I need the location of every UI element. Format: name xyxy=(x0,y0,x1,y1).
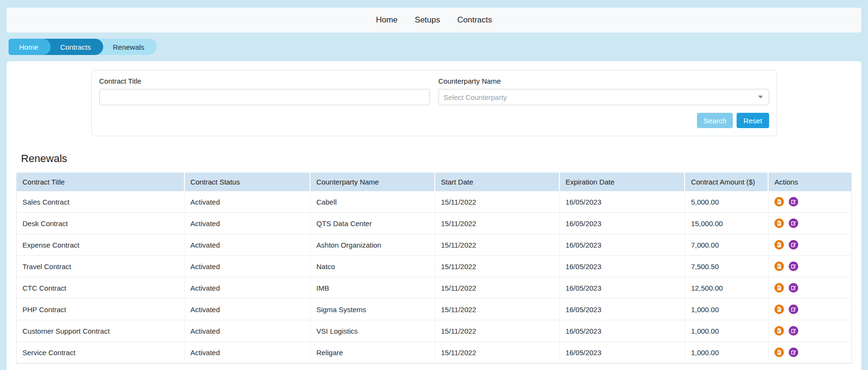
cell-contract-title: Expense Contract xyxy=(17,234,185,256)
svg-text:P: P xyxy=(778,243,781,247)
header-contract-status: Contract Status xyxy=(185,173,311,191)
cell-contract-amount: 7,000.00 xyxy=(685,234,769,256)
cell-contract-amount: 1,000.00 xyxy=(685,320,769,342)
cell-actions: P xyxy=(769,256,851,277)
pdf-export-icon[interactable]: P xyxy=(774,240,784,250)
cell-counterparty-name: VSI Logistics xyxy=(311,320,435,342)
edit-icon[interactable] xyxy=(789,240,798,250)
cell-actions: P xyxy=(769,277,851,299)
cell-expiration-date: 16/05/2023 xyxy=(560,191,686,213)
cell-actions: P xyxy=(769,234,851,256)
counterparty-field-group: Counterparty Name Select Counterparty xyxy=(439,77,769,105)
cell-contract-amount: 1,000.00 xyxy=(685,342,769,363)
contract-title-field-group: Contract Title xyxy=(99,77,430,105)
breadcrumb-home[interactable]: Home xyxy=(9,39,51,55)
svg-text:P: P xyxy=(778,351,781,354)
svg-text:P: P xyxy=(778,308,781,311)
cell-contract-status: Activated xyxy=(185,256,311,277)
counterparty-select-placeholder: Select Counterparty xyxy=(444,93,507,101)
cell-expiration-date: 16/05/2023 xyxy=(560,256,686,277)
table-row: Customer Support Contract Activated VSI … xyxy=(17,320,851,342)
cell-contract-status: Activated xyxy=(185,342,311,363)
cell-counterparty-name: Religare xyxy=(311,342,435,363)
svg-text:P: P xyxy=(778,200,781,204)
nav-item-home[interactable]: Home xyxy=(376,15,397,25)
cell-actions: P xyxy=(769,299,851,320)
cell-contract-status: Activated xyxy=(185,213,311,234)
top-navigation: Home Setups Contracts xyxy=(7,8,861,33)
header-actions: Actions xyxy=(769,173,851,191)
edit-icon[interactable] xyxy=(789,283,798,293)
counterparty-name-label: Counterparty Name xyxy=(439,77,769,85)
nav-item-contracts[interactable]: Contracts xyxy=(457,15,492,25)
table-row: PHP Contract Activated Sigma Systems 15/… xyxy=(17,299,851,320)
cell-contract-title: Customer Support Contract xyxy=(17,320,185,342)
renewals-table: Contract Title Contract Status Counterpa… xyxy=(16,173,852,364)
cell-contract-amount: 5,000.00 xyxy=(685,191,769,213)
header-counterparty-name: Counterparty Name xyxy=(311,173,435,191)
edit-icon[interactable] xyxy=(789,326,798,336)
cell-start-date: 15/11/2022 xyxy=(435,299,560,320)
edit-icon[interactable] xyxy=(789,348,798,357)
pdf-export-icon[interactable]: P xyxy=(774,261,784,271)
cell-start-date: 15/11/2022 xyxy=(435,342,560,363)
chevron-down-icon xyxy=(758,96,763,98)
table-body: Sales Contract Activated Cabell 15/11/20… xyxy=(17,191,851,363)
cell-contract-title: Travel Contract xyxy=(17,256,185,277)
cell-contract-status: Activated xyxy=(185,234,311,256)
nav-item-setups[interactable]: Setups xyxy=(415,15,440,25)
cell-contract-title: Desk Contract xyxy=(17,213,185,234)
reset-button[interactable]: Reset xyxy=(737,113,769,128)
contract-title-input[interactable] xyxy=(99,89,430,105)
cell-actions: P xyxy=(769,191,851,213)
svg-text:P: P xyxy=(778,265,781,268)
search-button[interactable]: Search xyxy=(697,113,733,128)
edit-icon[interactable] xyxy=(789,261,798,271)
edit-icon[interactable] xyxy=(789,218,798,228)
cell-contract-status: Activated xyxy=(185,277,311,299)
counterparty-select[interactable]: Select Counterparty xyxy=(439,89,769,105)
cell-start-date: 15/11/2022 xyxy=(435,277,560,299)
pdf-export-icon[interactable]: P xyxy=(774,197,784,207)
cell-contract-status: Activated xyxy=(185,320,311,342)
header-expiration-date: Expiration Date xyxy=(560,173,686,191)
edit-icon[interactable] xyxy=(789,305,798,314)
edit-icon[interactable] xyxy=(789,197,798,207)
pdf-export-icon[interactable]: P xyxy=(774,348,784,357)
pdf-export-icon[interactable]: P xyxy=(774,305,784,314)
cell-counterparty-name: Cabell xyxy=(311,191,435,213)
filter-panel: Contract Title Counterparty Name Select … xyxy=(91,70,777,136)
cell-actions: P xyxy=(769,320,851,342)
breadcrumb: Home Contracts Renewals xyxy=(9,38,868,55)
pdf-export-icon[interactable]: P xyxy=(774,283,784,293)
main-content-card: Contract Title Counterparty Name Select … xyxy=(7,61,861,370)
cell-expiration-date: 16/05/2023 xyxy=(560,299,686,320)
cell-counterparty-name: Natco xyxy=(311,256,435,277)
cell-contract-title: Service Contract xyxy=(17,342,185,363)
cell-contract-amount: 1,000.00 xyxy=(685,299,769,320)
cell-contract-amount: 15,000.00 xyxy=(685,213,769,234)
cell-start-date: 15/11/2022 xyxy=(435,256,560,277)
cell-contract-amount: 12,500.00 xyxy=(685,277,769,299)
cell-actions: P xyxy=(769,213,851,234)
table-row: Desk Contract Activated QTS Data Center … xyxy=(17,213,851,234)
svg-text:P: P xyxy=(778,286,781,290)
cell-counterparty-name: Sigma Systems xyxy=(311,299,435,320)
cell-expiration-date: 16/05/2023 xyxy=(560,342,686,363)
cell-expiration-date: 16/05/2023 xyxy=(560,213,686,234)
cell-contract-title: Sales Contract xyxy=(17,191,185,213)
cell-actions: P xyxy=(769,342,851,363)
cell-counterparty-name: IMB xyxy=(311,277,435,299)
cell-expiration-date: 16/05/2023 xyxy=(560,234,686,256)
svg-text:P: P xyxy=(778,222,781,225)
svg-text:P: P xyxy=(778,329,781,333)
cell-start-date: 15/11/2022 xyxy=(435,234,560,256)
cell-expiration-date: 16/05/2023 xyxy=(560,320,686,342)
pdf-export-icon[interactable]: P xyxy=(774,218,784,228)
cell-contract-status: Activated xyxy=(185,191,311,213)
cell-expiration-date: 16/05/2023 xyxy=(560,277,686,299)
pdf-export-icon[interactable]: P xyxy=(774,326,784,336)
cell-start-date: 15/11/2022 xyxy=(435,320,560,342)
cell-start-date: 15/11/2022 xyxy=(435,213,560,234)
cell-contract-title: CTC Contract xyxy=(17,277,185,299)
